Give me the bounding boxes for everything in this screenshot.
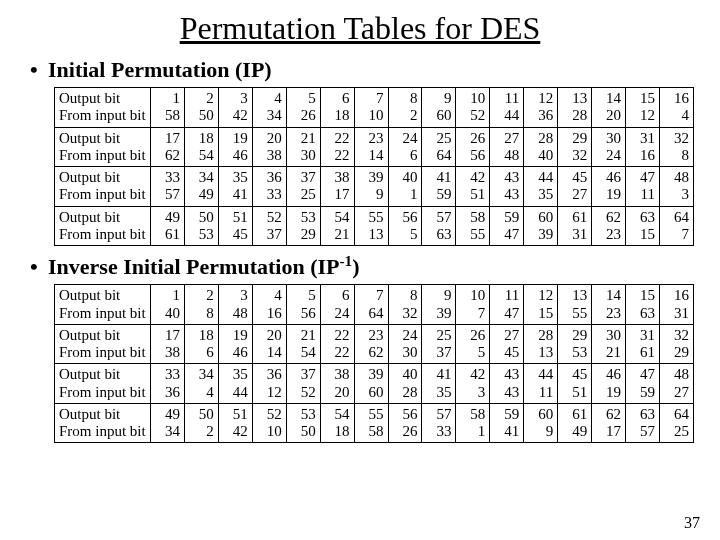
slide: Permutation Tables for DES •Initial Perm… <box>0 0 720 540</box>
ip-table: Output bitFrom input bit1582503424345266… <box>54 87 694 246</box>
value-cell: 6223 <box>592 206 626 246</box>
value-cell: 4343 <box>490 167 524 207</box>
table-row: Output bitFrom input bit1582503424345266… <box>55 88 694 128</box>
row-label-cell: Output bitFrom input bit <box>55 403 151 443</box>
value-cell: 2745 <box>490 324 524 364</box>
value-cell: 1147 <box>490 285 524 325</box>
value-cell: 4759 <box>626 364 660 404</box>
value-cell: 5941 <box>490 403 524 443</box>
value-cell: 342 <box>218 88 252 128</box>
value-cell: 1512 <box>626 88 660 128</box>
value-cell: 1420 <box>592 88 626 128</box>
value-cell: 423 <box>456 364 490 404</box>
value-cell: 1946 <box>218 127 252 167</box>
value-cell: 609 <box>524 403 558 443</box>
value-cell: 4934 <box>150 403 184 443</box>
value-cell: 1563 <box>626 285 660 325</box>
table-row: Output bitFrom input bit1738186194620142… <box>55 324 694 364</box>
value-cell: 6217 <box>592 403 626 443</box>
value-cell: 434 <box>252 88 286 128</box>
table-row: Output bitFrom input bit4961505351455237… <box>55 206 694 246</box>
value-cell: 3820 <box>320 364 354 404</box>
value-cell: 3960 <box>354 364 388 404</box>
value-cell: 1052 <box>456 88 490 128</box>
value-cell: 344 <box>184 364 218 404</box>
row-label-cell: Output bitFrom input bit <box>55 324 151 364</box>
value-cell: 164 <box>660 88 694 128</box>
page-number: 37 <box>684 514 700 532</box>
value-cell: 328 <box>660 127 694 167</box>
value-cell: 939 <box>422 285 456 325</box>
value-cell: 764 <box>354 285 388 325</box>
table-row: Output bitFrom input bit1762185419462038… <box>55 127 694 167</box>
value-cell: 5350 <box>286 403 320 443</box>
slide-title: Permutation Tables for DES <box>30 10 690 47</box>
value-cell: 2564 <box>422 127 456 167</box>
section-ip: •Initial Permutation (IP) Output bitFrom… <box>30 57 690 246</box>
value-cell: 3161 <box>626 324 660 364</box>
value-cell: 158 <box>150 88 184 128</box>
value-cell: 5210 <box>252 403 286 443</box>
value-cell: 3449 <box>184 167 218 207</box>
value-cell: 1631 <box>660 285 694 325</box>
value-cell: 710 <box>354 88 388 128</box>
value-cell: 250 <box>184 88 218 128</box>
value-cell: 246 <box>388 127 422 167</box>
value-cell: 1236 <box>524 88 558 128</box>
value-cell: 3541 <box>218 167 252 207</box>
value-cell: 2014 <box>252 324 286 364</box>
row-label-cell: Output bitFrom input bit <box>55 364 151 404</box>
value-cell: 2953 <box>558 324 592 364</box>
value-cell: 3024 <box>592 127 626 167</box>
value-cell: 3725 <box>286 167 320 207</box>
value-cell: 3336 <box>150 364 184 404</box>
value-cell: 2813 <box>524 324 558 364</box>
value-cell: 3116 <box>626 127 660 167</box>
value-cell: 6315 <box>626 206 660 246</box>
row-label-cell: Output bitFrom input bit <box>55 127 151 167</box>
value-cell: 3021 <box>592 324 626 364</box>
value-cell: 624 <box>320 285 354 325</box>
value-cell: 5947 <box>490 206 524 246</box>
value-cell: 5418 <box>320 403 354 443</box>
value-cell: 3633 <box>252 167 286 207</box>
value-cell: 1946 <box>218 324 252 364</box>
value-cell: 186 <box>184 324 218 364</box>
value-cell: 2130 <box>286 127 320 167</box>
value-cell: 4551 <box>558 364 592 404</box>
value-cell: 4961 <box>150 206 184 246</box>
value-cell: 4435 <box>524 167 558 207</box>
value-cell: 4135 <box>422 364 456 404</box>
value-cell: 4527 <box>558 167 592 207</box>
value-cell: 6039 <box>524 206 558 246</box>
value-cell: 1215 <box>524 285 558 325</box>
value-cell: 4711 <box>626 167 660 207</box>
value-cell: 6149 <box>558 403 592 443</box>
value-cell: 5145 <box>218 206 252 246</box>
value-cell: 3612 <box>252 364 286 404</box>
value-cell: 502 <box>184 403 218 443</box>
row-label-cell: Output bitFrom input bit <box>55 206 151 246</box>
value-cell: 2656 <box>456 127 490 167</box>
value-cell: 5626 <box>388 403 422 443</box>
value-cell: 556 <box>286 285 320 325</box>
value-cell: 4251 <box>456 167 490 207</box>
value-cell: 647 <box>660 206 694 246</box>
value-cell: 2222 <box>320 324 354 364</box>
value-cell: 3544 <box>218 364 252 404</box>
value-cell: 399 <box>354 167 388 207</box>
value-cell: 82 <box>388 88 422 128</box>
value-cell: 6425 <box>660 403 694 443</box>
value-cell: 1762 <box>150 127 184 167</box>
value-cell: 1738 <box>150 324 184 364</box>
value-cell: 28 <box>184 285 218 325</box>
value-cell: 401 <box>388 167 422 207</box>
value-cell: 5142 <box>218 403 252 443</box>
value-cell: 2748 <box>490 127 524 167</box>
value-cell: 4159 <box>422 167 456 207</box>
value-cell: 2362 <box>354 324 388 364</box>
section-ip-inverse: •Inverse Initial Permutation (IP-1) Outp… <box>30 252 690 443</box>
value-cell: 1144 <box>490 88 524 128</box>
value-cell: 5763 <box>422 206 456 246</box>
value-cell: 565 <box>388 206 422 246</box>
